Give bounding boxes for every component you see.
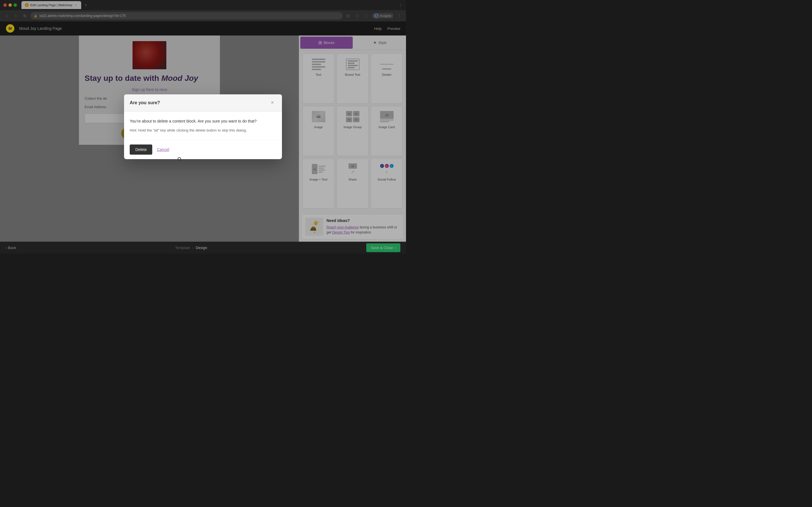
hint-suffix: key while clicking the delete button to … xyxy=(159,128,247,132)
modal-overlay: Are you sure? × You’re about to delete a… xyxy=(0,0,406,253)
modal-footer: Delete Cancel xyxy=(124,140,282,159)
modal-hint: Hint: Hold the “alt” key while clicking … xyxy=(130,128,276,133)
modal-header: Are you sure? × xyxy=(124,94,282,112)
hint-prefix: Hint: Hold the xyxy=(130,128,153,132)
modal-message: You’re about to delete a content block. … xyxy=(130,118,276,124)
hint-key: “alt” xyxy=(153,128,159,132)
cancel-link[interactable]: Cancel xyxy=(157,147,169,152)
modal-body: You’re about to delete a content block. … xyxy=(124,112,282,140)
modal-close-button[interactable]: × xyxy=(268,99,276,107)
delete-button[interactable]: Delete xyxy=(130,145,152,155)
modal-title: Are you sure? xyxy=(130,100,160,105)
confirm-delete-modal: Are you sure? × You’re about to delete a… xyxy=(124,94,282,159)
